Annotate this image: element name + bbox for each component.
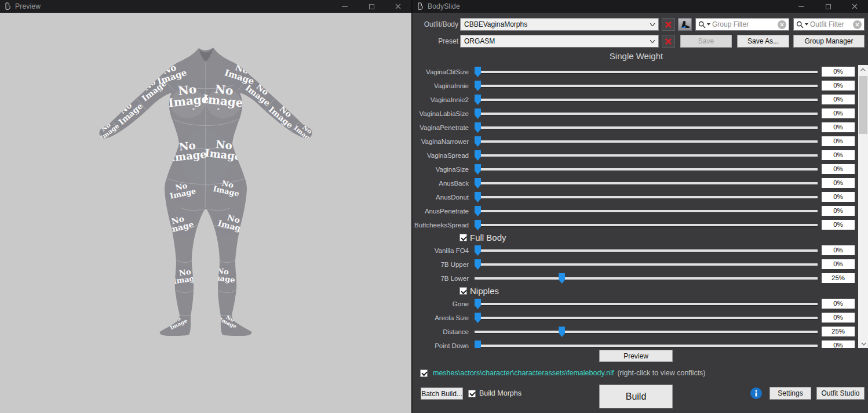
slider-value-box[interactable]: 25% bbox=[822, 273, 855, 283]
slider-track[interactable] bbox=[475, 190, 818, 204]
build-button[interactable]: Build bbox=[599, 385, 673, 408]
slider-track[interactable] bbox=[475, 79, 818, 93]
slider-thumb[interactable] bbox=[475, 259, 481, 270]
slider-label[interactable]: AnusBack bbox=[413, 176, 469, 190]
slider-label[interactable]: Distance bbox=[413, 325, 469, 339]
slider-thumb[interactable] bbox=[475, 220, 481, 230]
slider-thumb[interactable] bbox=[475, 299, 481, 309]
slider-value-box[interactable]: 25% bbox=[822, 327, 855, 336]
slider-value-box[interactable]: 0% bbox=[822, 150, 855, 160]
outfit-body-combobox[interactable]: CBBEVaginaMorphs bbox=[460, 18, 659, 31]
slider-track[interactable] bbox=[475, 244, 818, 258]
group-manager-button[interactable]: Group Manager bbox=[793, 35, 865, 48]
slider-label[interactable]: VaginaNarrower bbox=[413, 135, 469, 148]
slider-label[interactable]: VaginaInnie bbox=[413, 79, 469, 93]
slider-value-box[interactable]: 0% bbox=[822, 108, 855, 118]
slider-value-box[interactable]: 0% bbox=[822, 81, 855, 90]
slider-thumb[interactable] bbox=[475, 178, 481, 189]
slider-thumb[interactable] bbox=[475, 108, 481, 119]
slider-track[interactable] bbox=[475, 271, 818, 285]
slider-value-box[interactable]: 0% bbox=[822, 122, 855, 132]
slider-value-box[interactable]: 0% bbox=[822, 245, 855, 255]
slider-track[interactable] bbox=[475, 339, 818, 348]
preview-titlebar[interactable]: Preview bbox=[0, 0, 411, 13]
slider-label[interactable]: 7B Upper bbox=[413, 258, 469, 271]
slider-thumb[interactable] bbox=[475, 206, 481, 216]
slider-track[interactable] bbox=[475, 107, 818, 121]
category-checkbox[interactable] bbox=[459, 287, 467, 295]
scrollbar[interactable] bbox=[858, 65, 868, 348]
slider-thumb[interactable] bbox=[475, 164, 481, 175]
search-icon[interactable] bbox=[794, 21, 810, 28]
preset-combobox[interactable]: ORGASM bbox=[460, 35, 659, 48]
slider-track[interactable] bbox=[475, 148, 818, 162]
slider-thumb[interactable] bbox=[475, 313, 481, 323]
slider-value-box[interactable]: 0% bbox=[822, 164, 855, 174]
outfit-studio-button[interactable]: Outfit Studio bbox=[816, 387, 865, 400]
scrollbar-thumb[interactable] bbox=[859, 76, 867, 134]
slider-value-box[interactable]: 0% bbox=[822, 299, 855, 309]
edit-project-button[interactable] bbox=[678, 18, 692, 31]
slider-track[interactable] bbox=[475, 135, 818, 148]
slider-value-box[interactable]: 0% bbox=[822, 220, 855, 230]
slider-track[interactable] bbox=[475, 121, 818, 135]
slider-track[interactable] bbox=[475, 204, 818, 218]
slider-label[interactable]: Gone bbox=[413, 297, 469, 311]
batch-build-button[interactable]: Batch Build... bbox=[421, 387, 463, 400]
slider-label[interactable]: Vanilla FO4 bbox=[413, 244, 469, 258]
slider-track[interactable] bbox=[475, 297, 818, 311]
slider-track[interactable] bbox=[475, 162, 818, 176]
slider-value-box[interactable]: 0% bbox=[822, 95, 855, 104]
maximize-icon[interactable] bbox=[358, 0, 385, 13]
output-file-checkbox[interactable] bbox=[420, 369, 428, 377]
slider-track[interactable] bbox=[475, 258, 818, 271]
slider-track[interactable] bbox=[475, 93, 818, 107]
bodyslide-titlebar[interactable]: BodySlide bbox=[413, 0, 868, 13]
slider-value-box[interactable]: 0% bbox=[822, 206, 855, 216]
search-icon[interactable] bbox=[696, 21, 712, 28]
slider-label[interactable]: VaginaPenetrate bbox=[413, 121, 469, 135]
slider-label[interactable]: VaginaSize bbox=[413, 162, 469, 176]
info-icon[interactable] bbox=[750, 387, 762, 399]
slider-value-box[interactable]: 0% bbox=[822, 313, 855, 323]
slider-label[interactable]: Areola Size bbox=[413, 311, 469, 325]
outfit-filter-input[interactable] bbox=[810, 20, 851, 28]
slider-track[interactable] bbox=[475, 65, 818, 79]
slider-thumb[interactable] bbox=[475, 81, 481, 91]
settings-button[interactable]: Settings bbox=[769, 387, 811, 400]
preview-button[interactable]: Preview bbox=[599, 350, 673, 362]
slider-label[interactable]: 7B Lower bbox=[413, 271, 469, 285]
slider-label[interactable]: VaginaInnie2 bbox=[413, 93, 469, 107]
save-as-button[interactable]: Save As... bbox=[737, 35, 789, 48]
slider-label[interactable]: VaginaLabiaSize bbox=[413, 107, 469, 121]
build-morphs-checkbox[interactable] bbox=[468, 390, 476, 397]
clear-filter-icon[interactable] bbox=[853, 20, 862, 29]
slider-thumb[interactable] bbox=[475, 122, 481, 133]
save-button[interactable]: Save bbox=[680, 35, 732, 48]
slider-thumb[interactable] bbox=[475, 136, 481, 147]
minimize-icon[interactable] bbox=[788, 0, 815, 13]
slider-label[interactable]: Point Down bbox=[413, 339, 469, 348]
slider-track[interactable] bbox=[475, 325, 818, 339]
scroll-up-icon[interactable] bbox=[858, 65, 868, 75]
slider-thumb[interactable] bbox=[559, 273, 565, 284]
slider-value-box[interactable]: 0% bbox=[822, 136, 855, 146]
slider-thumb[interactable] bbox=[475, 245, 481, 256]
scroll-down-icon[interactable] bbox=[858, 338, 868, 348]
slider-track[interactable] bbox=[475, 218, 818, 232]
slider-thumb[interactable] bbox=[475, 95, 481, 105]
slider-thumb[interactable] bbox=[559, 327, 565, 337]
slider-label[interactable]: VaginaClitSize bbox=[413, 65, 469, 79]
slider-track[interactable] bbox=[475, 176, 818, 190]
close-icon[interactable] bbox=[841, 0, 868, 13]
slider-thumb[interactable] bbox=[475, 67, 481, 77]
delete-outfit-button[interactable] bbox=[662, 18, 675, 31]
minimize-icon[interactable] bbox=[331, 0, 358, 13]
slider-thumb[interactable] bbox=[475, 150, 481, 161]
slider-thumb[interactable] bbox=[475, 192, 481, 202]
slider-thumb[interactable] bbox=[475, 340, 481, 348]
slider-label[interactable]: VaginaSpread bbox=[413, 148, 469, 162]
slider-value-box[interactable]: 0% bbox=[822, 67, 855, 77]
slider-label[interactable]: AnusPenetrate bbox=[413, 204, 469, 218]
category-checkbox[interactable] bbox=[459, 234, 467, 241]
